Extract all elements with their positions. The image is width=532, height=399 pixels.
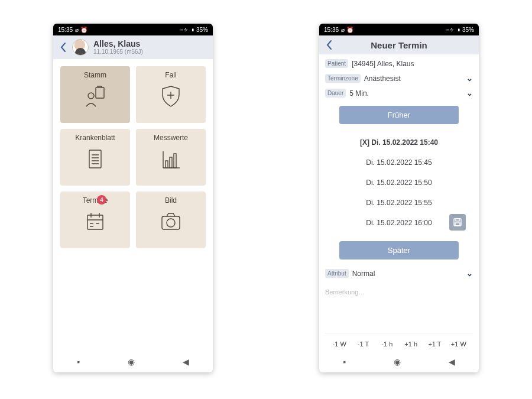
avatar	[72, 39, 89, 56]
phone-new-appointment: 15:36 ⌀ ⏰ ⋯ ᯤ ▮ 35% Neuer Termin Patient…	[319, 24, 479, 372]
slot-item[interactable]: Di. 15.02.2022 15:55	[325, 193, 473, 213]
slot-item[interactable]: Di. 15.02.2022 15:45	[325, 153, 473, 173]
row-dauer[interactable]: Dauer 5 Min. ⌄	[325, 89, 473, 98]
offset-button[interactable]: +1 T	[423, 340, 446, 348]
nav-recents-icon[interactable]: ▪	[77, 357, 80, 366]
status-right-icons: ⋯ ᯤ ▮ 35%	[446, 27, 474, 33]
svg-point-1	[88, 93, 94, 99]
back-icon[interactable]	[59, 41, 67, 53]
label-terminzone: Terminzone	[325, 74, 361, 83]
status-bar: 15:35 ⌀ ⏰ ⋯ ᯤ ▮ 35%	[53, 24, 213, 35]
back-icon[interactable]	[325, 39, 333, 51]
appointment-header: Neuer Termin	[319, 35, 479, 54]
offset-button[interactable]: -1 T	[351, 340, 375, 348]
remark-input[interactable]: Bemerkung…	[325, 288, 473, 296]
tile-fall[interactable]: Fall	[136, 66, 206, 123]
row-patient: Patient [34945] Alles, Klaus	[325, 59, 473, 68]
row-attribut[interactable]: Attribut Normal ⌄	[325, 269, 473, 278]
slot-save-icon[interactable]	[449, 214, 466, 231]
status-left-icons: ⌀ ⏰	[341, 27, 353, 33]
value-terminzone: Anästhesist	[364, 74, 463, 83]
status-bar: 15:36 ⌀ ⏰ ⋯ ᯤ ▮ 35%	[319, 24, 479, 35]
svg-rect-0	[96, 87, 104, 98]
offset-row: -1 W -1 T -1 h +1 h +1 T +1 W	[325, 333, 473, 351]
offset-button[interactable]: +1 h	[399, 340, 423, 348]
slot-item[interactable]: Di. 15.02.2022 15:50	[325, 173, 473, 193]
calendar-icon	[82, 208, 109, 235]
row-terminzone[interactable]: Terminzone Anästhesist ⌄	[325, 74, 473, 83]
tile-label: Fall	[165, 71, 176, 79]
page-title: Neuer Termin	[338, 40, 460, 50]
patient-subtitle: 11.10.1965 (m56J)	[93, 48, 143, 55]
nav-home-icon[interactable]: ◉	[394, 357, 401, 366]
svg-rect-11	[455, 223, 460, 226]
status-left-icons: ⌀ ⏰	[75, 27, 87, 33]
nav-back-icon[interactable]: ◀	[183, 357, 189, 366]
person-file-icon	[82, 83, 109, 110]
slot-item[interactable]: [X] Di. 15.02.2022 15:40	[325, 132, 473, 153]
label-dauer: Dauer	[325, 89, 346, 98]
android-navbar: ▪ ◉ ◀	[319, 351, 479, 372]
patient-name-block: Alles, Klaus 11.10.1965 (m56J)	[93, 40, 143, 55]
tile-label: Bild	[165, 196, 177, 205]
tile-bild[interactable]: Bild	[136, 192, 206, 248]
status-time: 15:35	[58, 27, 73, 33]
chevron-down-icon: ⌄	[466, 89, 473, 98]
appointment-form: Patient [34945] Alles, Klaus Terminzone …	[319, 54, 479, 351]
tile-label: Stamm	[84, 71, 106, 79]
value-attribut: Normal	[352, 270, 463, 278]
nav-back-icon[interactable]: ◀	[449, 357, 455, 366]
android-navbar: ▪ ◉ ◀	[53, 351, 213, 372]
value-patient: [34945] Alles, Klaus	[352, 60, 473, 68]
svg-rect-10	[456, 219, 459, 221]
tile-label: Krankenblatt	[75, 134, 115, 142]
svg-point-8	[167, 219, 175, 227]
tile-termine[interactable]: Termine 4	[60, 192, 130, 248]
tile-stamm[interactable]: Stamm	[60, 66, 130, 123]
offset-button[interactable]: -1 h	[375, 340, 399, 348]
svg-rect-7	[162, 216, 180, 229]
tile-label: Messwerte	[154, 134, 188, 142]
svg-rect-6	[87, 215, 103, 229]
slot-list: [X] Di. 15.02.2022 15:40 Di. 15.02.2022 …	[325, 132, 473, 233]
svg-rect-3	[166, 161, 168, 168]
label-patient: Patient	[325, 59, 348, 68]
earlier-button[interactable]: Früher	[339, 106, 459, 124]
tile-messwerte[interactable]: Messwerte	[136, 129, 206, 186]
bar-chart-icon	[157, 145, 184, 173]
offset-button[interactable]: +1 W	[447, 340, 471, 348]
document-lines-icon	[82, 145, 109, 173]
svg-rect-4	[170, 157, 172, 168]
svg-rect-5	[174, 154, 176, 168]
status-time: 15:36	[324, 27, 339, 33]
label-attribut: Attribut	[325, 269, 349, 278]
patient-name: Alles, Klaus	[93, 40, 143, 48]
patient-header: Alles, Klaus 11.10.1965 (m56J)	[53, 35, 213, 59]
nav-home-icon[interactable]: ◉	[128, 357, 135, 366]
value-dauer: 5 Min.	[349, 89, 463, 98]
chevron-down-icon: ⌄	[466, 74, 473, 83]
later-button[interactable]: Später	[339, 241, 459, 259]
tile-krankenblatt[interactable]: Krankenblatt	[60, 129, 130, 186]
nav-recents-icon[interactable]: ▪	[343, 357, 346, 366]
phone-patient-menu: 15:35 ⌀ ⏰ ⋯ ᯤ ▮ 35% Alles, Klaus 11.10.1…	[53, 24, 213, 372]
chevron-down-icon: ⌄	[466, 269, 473, 278]
svg-rect-2	[89, 150, 101, 168]
camera-icon	[157, 208, 184, 235]
badge-count: 4	[97, 195, 106, 205]
offset-button[interactable]: -1 W	[327, 340, 351, 348]
tile-grid: Stamm Fall Krankenblatt Messwerte	[53, 59, 213, 255]
shield-plus-icon	[157, 83, 184, 110]
status-right-icons: ⋯ ᯤ ▮ 35%	[180, 27, 208, 33]
